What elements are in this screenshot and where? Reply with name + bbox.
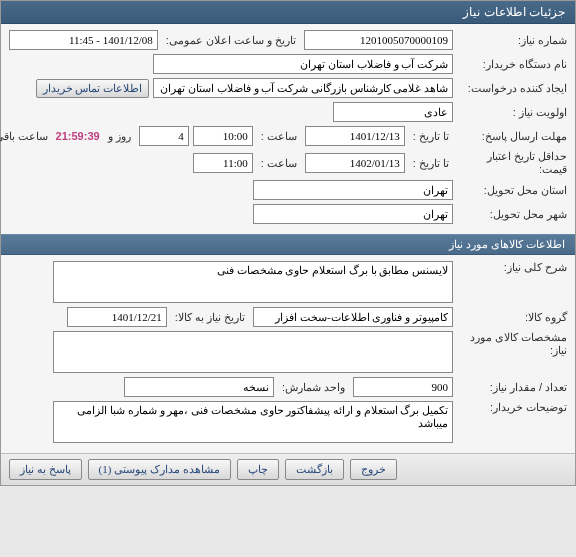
detail-window: جزئیات اطلاعات نیاز شماره نیاز: تاریخ و … <box>0 0 576 486</box>
spec-label: مشخصات کالای مورد نیاز: <box>457 331 567 357</box>
buyer-label: نام دستگاه خریدار: <box>457 58 567 71</box>
priority-label: اولویت نیاز : <box>457 106 567 119</box>
window-title-bar: جزئیات اطلاعات نیاز <box>1 1 575 24</box>
countdown-timer: 21:59:39 <box>56 130 100 142</box>
reply-time-field[interactable] <box>193 126 253 146</box>
time-label-1: ساعت : <box>257 130 301 143</box>
need-date-label: تاریخ نیاز به کالا: <box>171 311 249 324</box>
goods-section-title: اطلاعات کالاهای مورد نیاز <box>449 238 565 250</box>
desc-label: شرح کلی نیاز: <box>457 261 567 274</box>
unit-field[interactable] <box>124 377 274 397</box>
goods-info-section: شرح کلی نیاز: گروه کالا: تاریخ نیاز به ک… <box>1 255 575 453</box>
notes-field[interactable] <box>53 401 453 443</box>
desc-field[interactable] <box>53 261 453 303</box>
validity-time-field[interactable] <box>193 153 253 173</box>
attachments-button[interactable]: مشاهده مدارک پیوستی (1) <box>88 459 231 480</box>
print-button[interactable]: چاپ <box>237 459 279 480</box>
need-number-label: شماره نیاز: <box>457 34 567 47</box>
notes-label: توضیحات خریدار: <box>457 401 567 414</box>
goods-section-header: اطلاعات کالاهای مورد نیاز <box>1 234 575 255</box>
announce-label: تاریخ و ساعت اعلان عمومی: <box>162 34 300 47</box>
group-label: گروه کالا: <box>457 311 567 324</box>
reply-deadline-label: مهلت ارسال پاسخ: <box>457 130 567 143</box>
buyer-field[interactable] <box>153 54 453 74</box>
city-label: شهر محل تحویل: <box>457 208 567 221</box>
qty-field[interactable] <box>353 377 453 397</box>
need-number-field[interactable] <box>304 30 453 50</box>
reply-date-field[interactable] <box>305 126 405 146</box>
need-date-field[interactable] <box>67 307 167 327</box>
validity-date-field[interactable] <box>305 153 405 173</box>
reply-button[interactable]: پاسخ به نیاز <box>9 459 82 480</box>
days-remaining-field <box>139 126 189 146</box>
qty-label: تعداد / مقدار نیاز: <box>457 381 567 394</box>
unit-label: واحد شمارش: <box>278 381 349 394</box>
days-label: روز و <box>104 130 135 143</box>
province-field[interactable] <box>253 180 453 200</box>
window-title: جزئیات اطلاعات نیاز <box>463 5 565 19</box>
validity-label: حداقل تاریخ اعتبار قیمت: <box>457 150 567 176</box>
to-date-label-2: تا تاریخ : <box>409 157 453 170</box>
time-label-2: ساعت : <box>257 157 301 170</box>
creator-field[interactable] <box>153 78 453 98</box>
spec-field[interactable] <box>53 331 453 373</box>
creator-label: ایجاد کننده درخواست: <box>457 82 567 95</box>
remain-label: ساعت باقی مانده <box>0 130 52 143</box>
back-button[interactable]: بازگشت <box>285 459 344 480</box>
province-label: استان محل تحویل: <box>457 184 567 197</box>
city-field[interactable] <box>253 204 453 224</box>
need-info-section: شماره نیاز: تاریخ و ساعت اعلان عمومی: نا… <box>1 24 575 234</box>
bottom-toolbar: پاسخ به نیاز مشاهده مدارک پیوستی (1) چاپ… <box>1 453 575 485</box>
contact-buyer-button[interactable]: اطلاعات تماس خریدار <box>36 79 150 98</box>
priority-field[interactable] <box>333 102 453 122</box>
announce-date-field[interactable] <box>9 30 158 50</box>
exit-button[interactable]: خروج <box>350 459 397 480</box>
to-date-label-1: تا تاریخ : <box>409 130 453 143</box>
group-field[interactable] <box>253 307 453 327</box>
